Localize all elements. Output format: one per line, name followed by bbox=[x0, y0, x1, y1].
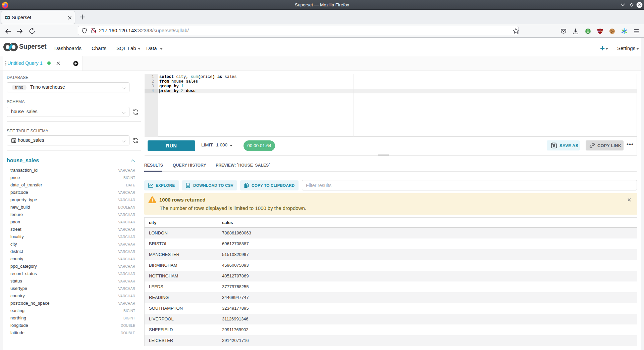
svg-text:UO: UO bbox=[598, 30, 602, 33]
